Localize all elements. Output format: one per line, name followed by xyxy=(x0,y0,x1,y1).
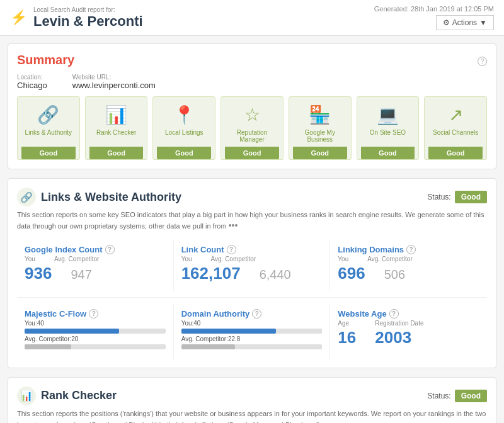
summary-item-icon: 📍 xyxy=(173,104,195,125)
majestic-competitor-bar-track xyxy=(25,344,166,349)
rank-section-header: 📊 Rank Checker Status: Good xyxy=(17,386,487,405)
domain-you-bar xyxy=(181,329,276,334)
metrics-row-1: Google Index Count ? You Avg. Competitor… xyxy=(17,240,487,291)
summary-item-badge: Good xyxy=(225,147,279,159)
majestic-cflow-block: Majestic C-Flow ? You:40 Avg. Competitor… xyxy=(17,304,174,359)
reg-date-label: Registration Date xyxy=(375,320,423,327)
header-left: ⚡ Local Search Audit report for: Levin &… xyxy=(10,6,143,30)
domain-competitor-bar-track xyxy=(181,344,323,349)
google-index-values: 936 947 xyxy=(25,264,166,283)
age-label: Age xyxy=(338,320,356,327)
domain-authority-help[interactable]: ? xyxy=(252,309,261,319)
location-row: Location: Chicago Website URL: www.levin… xyxy=(17,74,487,90)
rank-status-value: Good xyxy=(455,390,487,402)
summary-item[interactable]: 📊 Rank Checker Good xyxy=(85,96,148,160)
links-icon: 🔗 xyxy=(17,188,36,206)
linking-domains-you: 696 xyxy=(338,264,365,283)
linking-domains-competitor: 506 xyxy=(384,268,405,282)
header-right: Generated: 28th Jan 2019 at 12:05 PM ⚙ A… xyxy=(374,5,494,30)
summary-item[interactable]: 📍 Local Listings Good xyxy=(152,96,215,160)
domain-authority-block: Domain Authority ? You:40 Avg. Competito… xyxy=(174,304,331,359)
summary-item[interactable]: 🏪 Google My Business Good xyxy=(289,96,352,160)
actions-button[interactable]: ⚙ Actions ▼ xyxy=(436,15,494,30)
google-index-help[interactable]: ? xyxy=(105,245,115,254)
summary-item-icon: 💻 xyxy=(377,104,399,125)
header-subtitle: Local Search Audit report for: xyxy=(33,6,143,13)
majestic-competitor-label: Avg. Competitor:20 xyxy=(25,336,166,342)
metrics-row-2: Majestic C-Flow ? You:40 Avg. Competitor… xyxy=(17,304,487,359)
header: ⚡ Local Search Audit report for: Levin &… xyxy=(0,0,504,36)
summary-item-icon: ↗ xyxy=(449,104,463,125)
summary-item-icon: ☆ xyxy=(244,104,260,125)
link-count-title: Link Count ? xyxy=(181,245,323,254)
domain-competitor-label: Avg. Competitor:22.8 xyxy=(181,336,323,342)
logo-icon: ⚡ xyxy=(10,9,27,26)
summary-item-icon: 📊 xyxy=(105,104,127,125)
links-status: Status: Good xyxy=(427,191,487,203)
summary-item-badge: Good xyxy=(428,147,483,159)
summary-item-label: On Site SEO xyxy=(370,129,406,136)
rank-status: Status: Good xyxy=(427,390,487,402)
links-title: Links & Website Authority xyxy=(41,191,181,204)
reg-date-value: 2003 xyxy=(375,328,423,347)
location-label: Location: xyxy=(17,74,47,81)
website-age-title: Website Age ? xyxy=(338,309,479,319)
links-status-value: Good xyxy=(455,191,487,203)
age-block: Age 16 xyxy=(338,320,356,347)
google-index-labels: You Avg. Competitor xyxy=(25,256,166,262)
summary-header: Summary ? xyxy=(17,53,487,70)
header-title-block: Local Search Audit report for: Levin & P… xyxy=(33,6,143,30)
summary-grid: 🔗 Links & Authority Good 📊 Rank Checker … xyxy=(17,96,487,160)
age-value: 16 xyxy=(338,328,356,347)
summary-item-badge: Good xyxy=(157,147,211,159)
majestic-you-bar-track xyxy=(25,329,166,334)
summary-item-badge: Good xyxy=(293,147,347,159)
google-index-block: Google Index Count ? You Avg. Competitor… xyxy=(17,240,174,291)
location-value: Chicago xyxy=(17,81,47,90)
rank-title: Rank Checker xyxy=(41,389,117,402)
summary-item[interactable]: 🔗 Links & Authority Good xyxy=(17,96,80,160)
link-count-values: 162,107 6,440 xyxy=(181,264,323,283)
majestic-you-bar xyxy=(25,329,119,334)
summary-item-label: Rank Checker xyxy=(96,129,136,136)
linking-domains-help[interactable]: ? xyxy=(406,245,416,254)
chevron-down-icon: ▼ xyxy=(479,18,487,27)
more-dots[interactable]: ••• xyxy=(229,220,238,230)
link-count-labels: You Avg. Competitor xyxy=(181,256,323,262)
links-heading: 🔗 Links & Website Authority xyxy=(17,188,181,206)
rank-more-dots[interactable]: ••• xyxy=(324,419,333,423)
summary-item-label: Local Listings xyxy=(165,129,203,136)
summary-item-icon: 🔗 xyxy=(37,104,59,125)
domain-competitor-bar xyxy=(181,344,235,349)
gear-icon: ⚙ xyxy=(443,18,450,27)
summary-card: Summary ? Location: Chicago Website URL:… xyxy=(8,43,496,169)
google-index-competitor: 947 xyxy=(71,268,91,282)
summary-item-icon: 🏪 xyxy=(309,104,331,125)
summary-item-badge: Good xyxy=(89,147,144,159)
linking-domains-block: Linking Domains ? You Avg. Competitor 69… xyxy=(330,240,487,291)
summary-item[interactable]: ☆ Reputation Manager Good xyxy=(220,96,284,160)
link-count-help[interactable]: ? xyxy=(227,245,236,254)
summary-item[interactable]: ↗ Social Channels Good xyxy=(424,96,487,160)
age-grid: Age 16 Registration Date 2003 xyxy=(338,320,479,347)
summary-item-label: Social Channels xyxy=(433,129,478,136)
linking-domains-values: 696 506 xyxy=(338,264,479,283)
link-count-block: Link Count ? You Avg. Competitor 162,107… xyxy=(174,240,331,291)
summary-item-badge: Good xyxy=(21,147,76,159)
website-age-help[interactable]: ? xyxy=(389,309,399,319)
reg-date-block: Registration Date 2003 xyxy=(375,320,423,347)
generated-text: Generated: 28th Jan 2019 at 12:05 PM xyxy=(374,5,494,13)
summary-item-label: Google My Business xyxy=(293,129,347,143)
summary-help-icon[interactable]: ? xyxy=(478,57,487,66)
website-label: Website URL: xyxy=(72,74,156,81)
header-title: Levin & Perconti xyxy=(33,13,143,30)
links-section-header: 🔗 Links & Website Authority Status: Good xyxy=(17,188,487,206)
link-count-competitor: 6,440 xyxy=(260,268,291,282)
summary-item[interactable]: 💻 On Site SEO Good xyxy=(357,96,420,160)
location-block: Location: Chicago xyxy=(17,74,47,90)
rank-checker-card: 📊 Rank Checker Status: Good This section… xyxy=(8,377,496,423)
link-count-you: 162,107 xyxy=(181,264,241,283)
majestic-cflow-help[interactable]: ? xyxy=(89,309,98,319)
website-block: Website URL: www.levinperconti.com xyxy=(72,74,156,90)
main-content: Summary ? Location: Chicago Website URL:… xyxy=(0,36,504,423)
